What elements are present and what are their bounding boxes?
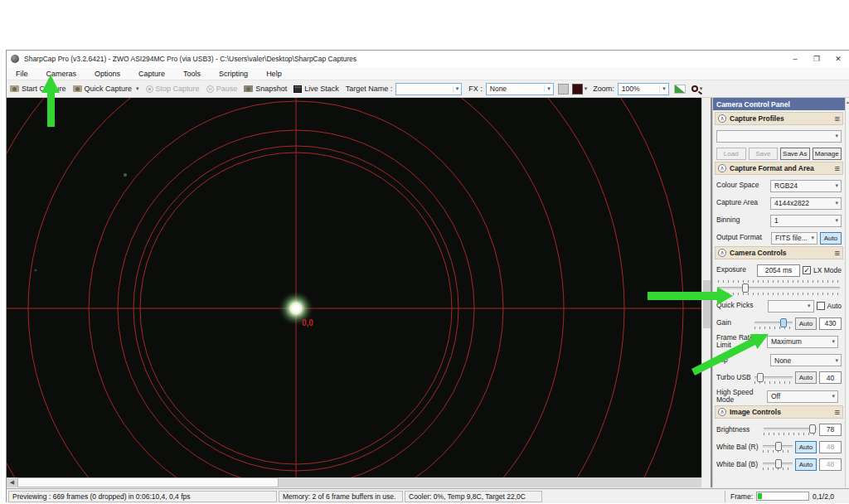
profile-select[interactable]: ▾ <box>716 130 842 143</box>
exposure-slider-thumb[interactable] <box>742 284 749 293</box>
menu-help[interactable]: Help <box>257 70 291 78</box>
section-menu-icon[interactable]: ≡ <box>835 407 840 417</box>
output-format-select[interactable]: FITS file... ▾ <box>771 232 817 245</box>
white-bal-b-slider[interactable] <box>763 458 793 470</box>
white-bal-b-auto-button[interactable]: Auto <box>795 458 817 471</box>
output-format-auto-button[interactable]: Auto <box>820 232 842 245</box>
section-menu-icon[interactable]: ≡ <box>835 114 840 124</box>
frame-rate-limit-select[interactable]: Maximum ▾ <box>767 336 838 348</box>
chevron-down-icon[interactable]: ▾ <box>835 217 841 224</box>
frame-value: 0,1/2,0 <box>813 492 849 501</box>
turbo-usb-value-field[interactable]: 40 <box>819 371 842 384</box>
magnifier-icon[interactable] <box>691 85 698 92</box>
chevron-down-icon[interactable]: ▾ <box>835 357 841 364</box>
dark-frame-button[interactable] <box>572 84 583 94</box>
section-menu-icon[interactable]: ≡ <box>835 163 840 173</box>
menu-cameras[interactable]: Cameras <box>37 70 86 78</box>
chevron-down-icon[interactable]: ▾ <box>835 133 841 139</box>
vertical-scrollbar[interactable] <box>701 98 711 477</box>
chevron-down-icon[interactable]: ▾ <box>808 303 813 309</box>
load-profile-button[interactable]: Load <box>716 148 746 160</box>
chevron-down-icon[interactable]: ▾ <box>585 85 588 92</box>
turbo-usb-slider[interactable] <box>754 372 793 384</box>
target-name-input[interactable]: ▾ <box>395 83 462 95</box>
collapse-icon[interactable]: ∧ <box>718 164 726 172</box>
panel-title: Camera Control Panel <box>713 98 845 110</box>
white-bal-b-slider-thumb[interactable] <box>775 459 782 468</box>
chevron-down-icon[interactable]: ▾ <box>659 85 668 92</box>
stop-capture-icon <box>146 85 153 93</box>
high-speed-mode-select[interactable]: Off ▾ <box>767 390 838 403</box>
menu-tools[interactable]: Tools <box>174 70 210 78</box>
quick-capture-button[interactable]: Quick Capture ▾ <box>70 80 143 97</box>
white-bal-b-value-field[interactable]: 48 <box>819 458 842 471</box>
white-bal-r-slider[interactable] <box>763 441 793 453</box>
section-capture-format[interactable]: ∧ Capture Format and Area ≡ <box>715 162 843 175</box>
menu-scripting[interactable]: Scripting <box>210 70 257 78</box>
zoom-select[interactable]: 100% ▾ <box>618 83 669 95</box>
chevron-down-icon[interactable]: ▾ <box>835 182 841 189</box>
snapshot-button[interactable]: Snapshot <box>240 80 290 97</box>
horizontal-scrollbar[interactable]: ◀ <box>7 477 701 487</box>
white-bal-r-auto-button[interactable]: Auto <box>795 441 817 453</box>
section-capture-profiles[interactable]: ∧ Capture Profiles ≡ <box>715 112 843 125</box>
chevron-down-icon[interactable]: ▾ <box>453 85 462 92</box>
white-bal-r-value-field[interactable]: 48 <box>819 441 842 453</box>
save-as-profile-button[interactable]: Save As <box>780 148 810 160</box>
chevron-down-icon[interactable]: ▾ <box>832 338 837 345</box>
exposure-value-field[interactable]: 2054 ms <box>757 264 800 277</box>
gain-slider[interactable] <box>754 317 793 329</box>
section-menu-icon[interactable]: ≡ <box>835 248 840 258</box>
vertical-scrollbar-thumb[interactable] <box>703 280 711 328</box>
gain-auto-button[interactable]: Auto <box>795 317 817 330</box>
colour-space-select[interactable]: RGB24 ▾ <box>770 180 842 192</box>
chevron-down-icon[interactable]: ▾ <box>811 235 817 241</box>
section-image-controls[interactable]: ∧ Image Controls ≡ <box>715 405 843 419</box>
turbo-usb-auto-button[interactable]: Auto <box>795 371 817 384</box>
live-stack-button[interactable]: Live Stack <box>290 80 342 97</box>
restore-button[interactable]: ❐ <box>806 51 827 66</box>
scroll-up-icon[interactable]: ▲ <box>846 99 849 104</box>
manage-profiles-button[interactable]: Manage <box>813 148 842 160</box>
menu-options[interactable]: Options <box>85 70 129 78</box>
chevron-down-icon[interactable]: ▾ <box>136 85 139 92</box>
start-capture-button[interactable]: Start Capture <box>7 80 70 97</box>
collapse-icon[interactable]: ∧ <box>718 249 726 257</box>
pause-button[interactable]: Pause <box>203 80 241 97</box>
collapse-icon[interactable]: ∧ <box>718 408 726 416</box>
white-bal-r-slider-thumb[interactable] <box>775 442 782 451</box>
fx-select[interactable]: None ▾ <box>486 83 554 95</box>
section-camera-controls[interactable]: ∧ Camera Controls ≡ <box>715 246 843 259</box>
collapse-icon[interactable]: ∧ <box>718 114 726 123</box>
camera-preview-viewport[interactable]: 0,0 <box>7 98 701 477</box>
binning-select[interactable]: 1 ▾ <box>770 215 842 227</box>
save-profile-button[interactable]: Save <box>749 148 779 160</box>
menu-file[interactable]: File <box>7 70 37 78</box>
lx-mode-checkbox[interactable]: ✓ <box>803 266 811 274</box>
gain-slider-thumb[interactable] <box>780 318 787 327</box>
minimize-button[interactable]: – <box>784 51 806 66</box>
gain-value-field[interactable]: 430 <box>819 317 842 330</box>
turbo-usb-slider-thumb[interactable] <box>757 373 764 382</box>
exposure-slider[interactable] <box>718 280 840 295</box>
brightness-slider[interactable] <box>764 424 817 435</box>
quick-picks-select[interactable]: ▾ <box>768 300 814 313</box>
stop-capture-button[interactable]: Stop Capture <box>143 80 203 97</box>
scroll-left-icon[interactable]: ◀ <box>7 477 17 487</box>
capture-area-label: Capture Area <box>716 199 768 206</box>
exposure-auto-checkbox[interactable] <box>817 302 825 310</box>
flip-select[interactable]: None ▾ <box>770 354 842 366</box>
chevron-down-icon[interactable]: ▾ <box>832 393 837 400</box>
horizontal-scrollbar-thumb[interactable] <box>17 477 279 487</box>
panel-scrollbar[interactable]: ▲ <box>845 98 849 487</box>
menu-capture[interactable]: Capture <box>129 70 174 78</box>
reticle-overlay: 0,0 <box>7 98 701 477</box>
chevron-down-icon[interactable]: ▾ <box>835 200 841 206</box>
chevron-down-icon[interactable]: ▾ <box>544 85 553 92</box>
brightness-value-field[interactable]: 78 <box>819 424 842 436</box>
histogram-icon[interactable] <box>674 85 686 94</box>
brightness-slider-thumb[interactable] <box>809 424 816 434</box>
fx-preview-button[interactable] <box>558 84 569 94</box>
close-button[interactable]: ✕ <box>827 51 849 66</box>
capture-area-select[interactable]: 4144x2822 ▾ <box>770 197 842 210</box>
